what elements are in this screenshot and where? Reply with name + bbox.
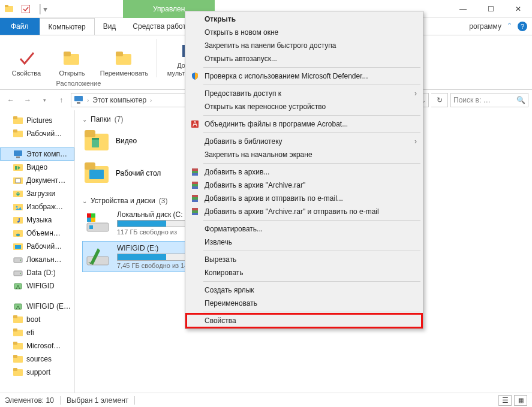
svg-rect-10 bbox=[77, 102, 80, 104]
history-dropdown[interactable]: ▾ bbox=[37, 93, 52, 107]
menu-separator bbox=[203, 281, 420, 282]
ribbon-group-location: Свойства Открыть Переименовать Расположе… bbox=[0, 35, 157, 89]
folder-item[interactable]: Рабочий стол bbox=[82, 158, 190, 188]
forward-button[interactable]: → bbox=[20, 93, 35, 107]
context-menu-item[interactable]: Вырезать bbox=[187, 253, 422, 266]
refresh-button[interactable]: ↻ bbox=[431, 93, 448, 107]
tree-item[interactable]: Загрузки bbox=[0, 187, 74, 200]
tree-item[interactable]: Microsof… bbox=[0, 339, 74, 352]
context-menu-item[interactable]: Свойства bbox=[187, 314, 422, 327]
context-menu-item[interactable]: Добавить в архив "Archive.rar" bbox=[187, 179, 422, 192]
up-button[interactable]: ↑ bbox=[54, 93, 68, 107]
context-menu-item[interactable]: Извлечь bbox=[187, 236, 422, 249]
tree-item-label: Локальн… bbox=[26, 255, 62, 264]
search-icon: 🔍 bbox=[516, 96, 525, 104]
context-menu-label: Создать ярлык bbox=[205, 286, 254, 294]
context-menu-item[interactable]: Копировать bbox=[187, 266, 422, 279]
qat-dropdown-icon[interactable]: │▾ bbox=[36, 2, 49, 16]
tab-computer[interactable]: Компьютер bbox=[40, 18, 95, 35]
help-icon[interactable]: ? bbox=[518, 22, 527, 31]
window-controls: — ☐ ✕ bbox=[449, 0, 532, 18]
tree-item[interactable]: Объемн… bbox=[0, 227, 74, 240]
ribbon-rename-label: Переименовать bbox=[100, 70, 149, 77]
chevron-right-icon: › bbox=[414, 89, 417, 98]
tree-item[interactable]: support bbox=[0, 366, 74, 379]
tree-item[interactable]: sources bbox=[0, 352, 74, 366]
context-menu-item[interactable]: Добавить в архив "Archive.rar" и отправи… bbox=[187, 205, 422, 218]
explorer-icon bbox=[2, 2, 16, 16]
folder-item[interactable]: Видео bbox=[82, 126, 190, 156]
context-menu-item[interactable]: Закрепить на начальном экране bbox=[187, 148, 422, 161]
tab-view[interactable]: Вид bbox=[95, 18, 125, 35]
ribbon-open-button[interactable]: Открыть bbox=[52, 47, 92, 77]
details-view-icon[interactable]: ☰ bbox=[498, 395, 512, 406]
context-menu-item[interactable]: Предоставить доступ к› bbox=[187, 87, 422, 100]
tree-item[interactable]: efi bbox=[0, 326, 74, 339]
group-drives-label: Устройства и диски bbox=[91, 197, 155, 205]
context-menu-item[interactable]: Добавить в архив... bbox=[187, 165, 422, 179]
navigation-tree[interactable]: PicturesРабочий…Этот комп…ВидеоДокумент…… bbox=[0, 110, 75, 393]
ribbon-collapse-icon[interactable]: ˄ bbox=[507, 22, 512, 31]
folder-icon bbox=[83, 160, 110, 186]
tree-item[interactable]: Изображ… bbox=[0, 200, 74, 213]
chevron-right-icon[interactable]: › bbox=[150, 97, 152, 104]
search-input[interactable]: Поиск в: … 🔍 bbox=[450, 93, 528, 107]
tree-item[interactable]: Pictures bbox=[0, 114, 74, 127]
tree-item-label: Pictures bbox=[26, 116, 52, 125]
back-button[interactable]: ← bbox=[4, 93, 18, 107]
context-menu-label: Добавить в архив "Archive.rar" и отправи… bbox=[205, 207, 379, 216]
context-menu-label: Объединить файлы в программе Acrobat... bbox=[205, 120, 348, 128]
tree-item[interactable]: WIFIGID (E… bbox=[0, 300, 74, 313]
tree-item[interactable]: Музыка bbox=[0, 213, 74, 227]
menu-separator bbox=[203, 163, 420, 164]
tree-item[interactable]: WIFIGID bbox=[0, 279, 74, 293]
drive-icon bbox=[85, 210, 111, 236]
ribbon-properties-button[interactable]: Свойства bbox=[6, 47, 47, 77]
context-menu-item[interactable]: Открыть как переносное устройство bbox=[187, 100, 422, 113]
context-menu-item[interactable]: Проверка с использованием Microsoft Defe… bbox=[187, 70, 422, 83]
folder-icon bbox=[13, 315, 23, 324]
context-menu-label: Добавить в библиотеку bbox=[205, 137, 282, 146]
context-menu-label: Закрепить на начальном экране bbox=[205, 150, 312, 159]
tree-item[interactable]: Data (D:) bbox=[0, 266, 74, 279]
tab-file[interactable]: Файл bbox=[0, 18, 40, 35]
svg-rect-75 bbox=[192, 195, 198, 197]
ribbon-rename-button[interactable]: Переименовать bbox=[97, 47, 151, 77]
tree-item[interactable]: boot bbox=[0, 313, 74, 326]
close-button[interactable]: ✕ bbox=[504, 0, 532, 18]
svg-rect-48 bbox=[92, 138, 99, 140]
chevron-right-icon[interactable]: › bbox=[87, 97, 89, 104]
divider bbox=[60, 396, 61, 405]
context-menu-item[interactable]: Открыть bbox=[187, 13, 422, 26]
tree-item[interactable]: Этот комп… bbox=[0, 147, 74, 161]
folder-open-icon bbox=[62, 49, 82, 68]
minimize-button[interactable]: — bbox=[449, 0, 477, 18]
svg-rect-71 bbox=[192, 182, 198, 184]
context-menu-item[interactable]: Форматировать... bbox=[187, 222, 422, 236]
tree-item[interactable]: Локальн… bbox=[0, 253, 74, 266]
tree-item[interactable]: Видео bbox=[0, 161, 74, 174]
context-menu-item[interactable]: Добавить в библиотеку› bbox=[187, 135, 422, 148]
tree-item[interactable]: Рабочий… bbox=[0, 127, 74, 140]
folder-icon bbox=[13, 129, 23, 138]
breadcrumb-this-pc[interactable]: Этот компьютер bbox=[92, 96, 146, 104]
context-menu-item[interactable]: Создать ярлык bbox=[187, 284, 422, 297]
context-menu-label: Извлечь bbox=[205, 238, 232, 246]
context-menu-label: Открыть как переносное устройство bbox=[205, 102, 326, 111]
context-menu-item[interactable]: Открыть в новом окне bbox=[187, 26, 422, 39]
tree-item-label: support bbox=[26, 368, 50, 376]
tree-item[interactable]: Документ… bbox=[0, 174, 74, 187]
drive-icon bbox=[85, 243, 111, 270]
svg-rect-69 bbox=[192, 173, 198, 176]
context-menu-item[interactable]: AОбъединить файлы в программе Acrobat... bbox=[187, 117, 422, 131]
context-menu-item[interactable]: Закрепить на панели быстрого доступа bbox=[187, 39, 422, 52]
maximize-button[interactable]: ☐ bbox=[477, 0, 504, 18]
context-menu-label: Переименовать bbox=[205, 299, 257, 307]
icons-view-icon[interactable]: ▦ bbox=[514, 395, 527, 406]
properties-icon[interactable] bbox=[19, 2, 32, 16]
tree-item[interactable]: Рабочий… bbox=[0, 240, 74, 253]
context-menu-item[interactable]: Открыть автозапуск... bbox=[187, 52, 422, 65]
context-menu-item[interactable]: Переименовать bbox=[187, 297, 422, 310]
context-menu-item[interactable]: Добавить в архив и отправить по e-mail..… bbox=[187, 192, 422, 205]
svg-rect-36 bbox=[13, 315, 17, 318]
